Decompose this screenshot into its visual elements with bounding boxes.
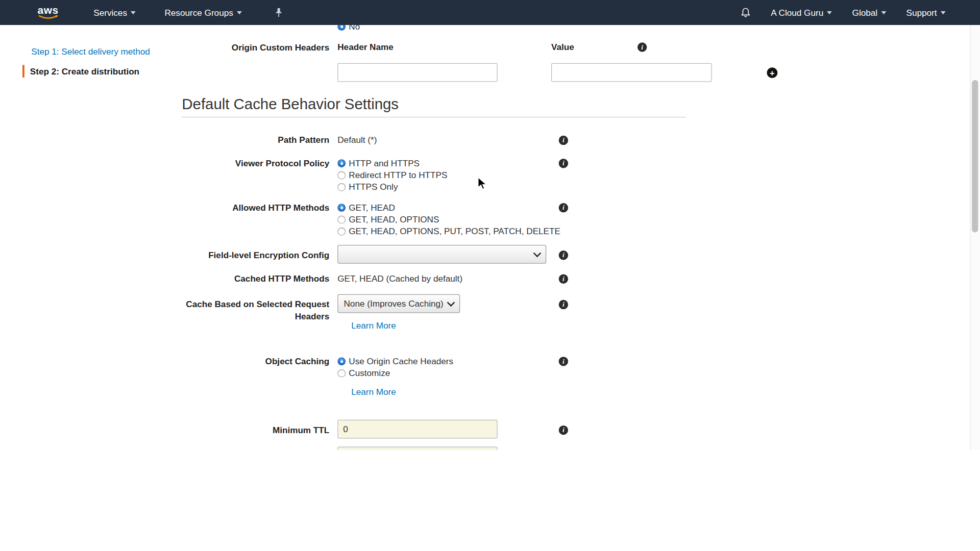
scrollbar-track[interactable] <box>970 25 980 450</box>
header-name-column-label: Header Name <box>337 42 394 52</box>
viewer-protocol-policy-label: Viewer Protocol Policy <box>181 158 329 169</box>
nav-region[interactable]: Global <box>852 8 887 18</box>
chevron-down-icon <box>237 11 242 14</box>
custom-headers-info-icon[interactable] <box>638 42 647 52</box>
nav-services-label: Services <box>93 8 127 18</box>
sidebar-step-2[interactable]: Step 2: Create distribution <box>22 65 169 77</box>
radio-checked-icon <box>337 357 346 365</box>
allowed-http-methods-info-icon[interactable] <box>559 203 568 212</box>
viewport: aws Services Resource Groups <box>0 0 980 450</box>
viewer-protocol-policy-info-icon[interactable] <box>559 159 568 168</box>
cache-based-headers-row: Cache Based on Selected Request Headers … <box>181 294 971 331</box>
nav-left: aws Services Resource Groups <box>0 5 283 19</box>
cache-based-headers-label: Cache Based on Selected Request Headers <box>181 294 329 322</box>
nav-resource-groups-label: Resource Groups <box>164 8 233 18</box>
minimum-ttl-row: Minimum TTL <box>181 420 971 439</box>
top-nav: aws Services Resource Groups <box>0 0 980 25</box>
field-level-encryption-info-icon[interactable] <box>559 251 568 260</box>
nav-support[interactable]: Support <box>906 8 945 18</box>
add-header-button[interactable] <box>767 67 777 78</box>
allowed-methods-option-get-head-options[interactable]: GET, HEAD, OPTIONS <box>337 214 556 226</box>
radio-label: HTTPS Only <box>349 181 398 193</box>
chevron-down-icon <box>533 249 542 258</box>
chevron-down-icon <box>941 11 946 14</box>
field-level-encryption-select[interactable] <box>337 245 546 264</box>
chevron-down-icon <box>447 298 455 307</box>
path-pattern-value: Default (*) <box>337 135 377 145</box>
radio-label: HTTP and HTTPS <box>349 158 420 169</box>
wizard-sidebar: Step 1: Select delivery method Step 2: C… <box>0 25 169 450</box>
section-title: Default Cache Behavior Settings <box>182 95 970 113</box>
pin-button[interactable] <box>275 8 283 18</box>
object-caching-row: Object Caching Use Origin Cache Headers … <box>181 356 971 397</box>
radio-unchecked-icon <box>337 183 346 191</box>
object-caching-learn-more-link[interactable]: Learn More <box>351 387 396 397</box>
allowed-methods-option-get-head[interactable]: GET, HEAD <box>337 202 556 214</box>
origin-custom-headers-header: Origin Custom Headers Header Name Value <box>181 42 971 54</box>
path-pattern-row: Path Pattern Default (*) <box>181 134 971 146</box>
minimum-ttl-label: Minimum TTL <box>181 420 329 436</box>
cached-http-methods-row: Cached HTTP Methods GET, HEAD (Cached by… <box>181 273 971 285</box>
allowed-methods-option-all[interactable]: GET, HEAD, OPTIONS, PUT, POST, PATCH, DE… <box>337 226 556 237</box>
radio-label: Redirect HTTP to HTTPS <box>349 169 447 181</box>
maximum-ttl-label: Maximum TTL <box>181 447 329 450</box>
viewer-protocol-policy-row: Viewer Protocol Policy HTTP and HTTPS Re… <box>181 158 971 193</box>
nav-account[interactable]: A Cloud Guru <box>771 8 832 18</box>
path-pattern-label: Path Pattern <box>181 134 329 146</box>
value-column-label: Value <box>551 42 574 52</box>
path-pattern-info-icon[interactable] <box>559 136 568 145</box>
cached-http-methods-value: GET, HEAD (Cached by default) <box>337 273 462 284</box>
maximum-ttl-row: Maximum TTL <box>181 447 971 450</box>
allowed-http-methods-row: Allowed HTTP Methods GET, HEAD GET, HEAD… <box>181 202 971 238</box>
sidebar-step-1[interactable]: Step 1: Select delivery method <box>31 45 168 57</box>
notifications-button[interactable] <box>741 7 751 18</box>
cache-based-headers-info-icon[interactable] <box>559 300 568 309</box>
aws-logo[interactable]: aws <box>37 5 58 19</box>
viewer-protocol-option-redirect[interactable]: Redirect HTTP to HTTPS <box>337 169 556 181</box>
chevron-down-icon <box>131 11 136 14</box>
field-level-encryption-label: Field-level Encryption Config <box>181 245 329 261</box>
radio-label: GET, HEAD <box>349 202 395 214</box>
scrollbar-thumb[interactable] <box>972 80 978 233</box>
origin-custom-headers-inputs <box>181 63 971 83</box>
chevron-down-icon <box>881 11 886 14</box>
radio-checked-icon <box>337 204 346 212</box>
object-caching-label: Object Caching <box>181 356 329 367</box>
minimum-ttl-input[interactable] <box>337 420 497 439</box>
radio-unchecked-icon <box>337 215 346 223</box>
origin-custom-headers-label: Origin Custom Headers <box>181 42 329 54</box>
header-name-input[interactable] <box>337 63 497 82</box>
nav-account-label: A Cloud Guru <box>771 8 823 18</box>
bell-icon <box>741 7 751 18</box>
aws-smile-icon <box>38 15 58 20</box>
nav-right: A Cloud Guru Global Support <box>721 7 980 18</box>
radio-checked-icon <box>337 159 346 167</box>
radio-unchecked-icon <box>337 369 346 378</box>
nav-services[interactable]: Services <box>93 8 136 18</box>
cached-http-methods-info-icon[interactable] <box>559 274 568 284</box>
select-value: None (Improves Caching) <box>344 298 443 309</box>
allowed-http-methods-label: Allowed HTTP Methods <box>181 202 329 214</box>
object-caching-info-icon[interactable] <box>559 357 568 366</box>
cache-headers-learn-more-link[interactable]: Learn More <box>351 320 396 331</box>
pin-icon <box>275 8 283 18</box>
header-value-input[interactable] <box>551 63 712 82</box>
radio-label: Customize <box>349 367 390 379</box>
main-content: No Origin Custom Headers Header Name Val… <box>181 25 971 450</box>
nav-resource-groups[interactable]: Resource Groups <box>164 8 241 18</box>
object-caching-option-origin-headers[interactable]: Use Origin Cache Headers <box>337 356 556 367</box>
viewer-protocol-option-http-and-https[interactable]: HTTP and HTTPS <box>337 158 556 169</box>
cache-based-headers-select[interactable]: None (Improves Caching) <box>337 294 460 313</box>
section-divider <box>181 117 685 117</box>
viewer-protocol-option-https-only[interactable]: HTTPS Only <box>337 181 556 193</box>
radio-unchecked-icon <box>337 228 346 236</box>
chevron-down-icon <box>827 11 832 14</box>
minimum-ttl-info-icon[interactable] <box>559 425 568 435</box>
radio-label: Use Origin Cache Headers <box>349 356 453 367</box>
radio-label: GET, HEAD, OPTIONS, PUT, POST, PATCH, DE… <box>349 226 560 237</box>
nav-region-label: Global <box>852 8 878 18</box>
nav-support-label: Support <box>906 8 937 18</box>
cached-http-methods-label: Cached HTTP Methods <box>181 273 329 285</box>
maximum-ttl-input[interactable] <box>337 447 497 450</box>
object-caching-option-customize[interactable]: Customize <box>337 367 556 379</box>
